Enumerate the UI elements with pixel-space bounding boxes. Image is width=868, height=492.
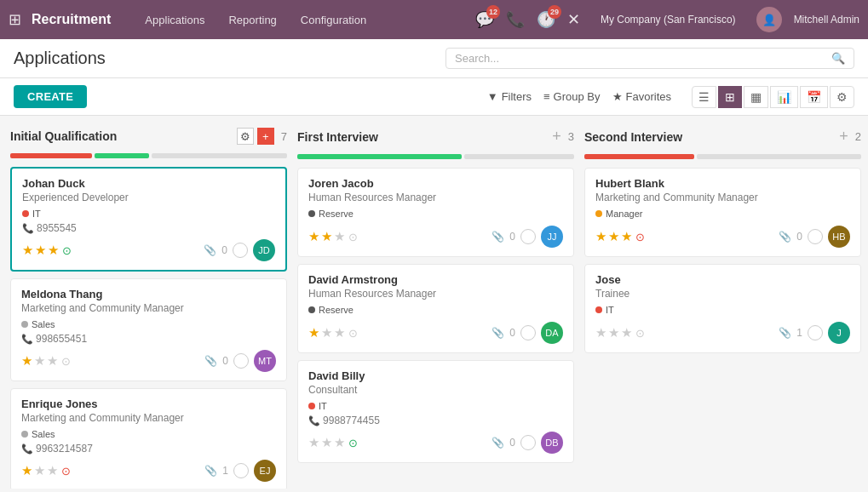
progress-segment xyxy=(297,154,462,159)
attachment-icon: 📎 xyxy=(779,231,791,243)
card-role: Trainee xyxy=(595,288,850,300)
star[interactable]: ★ xyxy=(34,353,45,369)
star[interactable]: ★ xyxy=(308,435,319,450)
action-circle[interactable] xyxy=(233,353,249,369)
search-icon[interactable]: 🔍 xyxy=(831,52,845,65)
card-tag: Sales xyxy=(21,429,55,439)
kanban-card[interactable]: Johan DuckExperienced DeveloperIT8955545… xyxy=(10,167,287,272)
nav-reporting[interactable]: Reporting xyxy=(216,0,288,39)
star[interactable]: ★ xyxy=(47,463,58,478)
card-stars: ★★★ xyxy=(308,435,345,450)
filters-button[interactable]: ▼ Filters xyxy=(487,90,532,103)
kanban-card[interactable]: David ArmstrongHuman Resources ManagerRe… xyxy=(297,264,574,353)
column-settings-button[interactable]: ⚙ xyxy=(237,128,254,145)
star[interactable]: ★ xyxy=(21,353,32,369)
card-name: Hubert Blank xyxy=(595,177,850,190)
star-icon: ★ xyxy=(612,90,623,103)
star[interactable]: ★ xyxy=(321,325,332,340)
table-view-button[interactable]: ▦ xyxy=(744,86,768,108)
column-plus-button[interactable]: + xyxy=(839,128,848,146)
star[interactable]: ★ xyxy=(321,229,332,244)
clock-icon[interactable]: 🕐29 xyxy=(537,10,555,29)
column-plus-button[interactable]: + xyxy=(552,128,561,146)
kanban-view-button[interactable]: ⊞ xyxy=(718,86,742,108)
star[interactable]: ★ xyxy=(608,229,619,244)
list-view-button[interactable]: ☰ xyxy=(692,86,716,108)
star[interactable]: ★ xyxy=(21,463,32,478)
kanban-card[interactable]: JoseTraineeIT★★★⊙📎1J xyxy=(584,264,861,353)
action-circle[interactable] xyxy=(808,325,823,340)
tag-dot xyxy=(308,210,315,217)
chart-view-button[interactable]: 📊 xyxy=(770,86,798,108)
timer-icon: ⊙ xyxy=(348,327,358,340)
action-circle[interactable] xyxy=(520,325,536,340)
action-circle[interactable] xyxy=(520,435,536,450)
column-count: 7 xyxy=(281,130,287,143)
tag-dot xyxy=(22,210,29,217)
column-progress xyxy=(297,154,574,159)
action-circle[interactable] xyxy=(233,243,248,258)
search-placeholder: Search... xyxy=(455,52,499,65)
column-add-button[interactable]: + xyxy=(257,128,274,145)
card-footer: ★★★⊙📎0DA xyxy=(308,322,563,344)
kanban-card[interactable]: Joren JacobHuman Resources ManagerReserv… xyxy=(297,168,574,257)
star[interactable]: ★ xyxy=(308,325,319,340)
star[interactable]: ★ xyxy=(595,229,606,244)
column-progress xyxy=(584,154,861,159)
card-tag: IT xyxy=(22,209,41,219)
avatar[interactable]: 👤 xyxy=(756,7,782,32)
card-footer-right: 📎0DB xyxy=(491,432,563,454)
grid-icon[interactable]: ⊞ xyxy=(9,10,21,29)
action-circle[interactable] xyxy=(808,229,823,244)
star[interactable]: ★ xyxy=(34,463,45,478)
attachment-icon: 📎 xyxy=(204,355,217,367)
star[interactable]: ★ xyxy=(621,325,632,340)
card-stars: ★★★ xyxy=(308,325,345,340)
groupby-button[interactable]: ≡ Group By xyxy=(543,90,601,103)
calendar-view-button[interactable]: 📅 xyxy=(800,86,828,108)
kanban-card[interactable]: David BillyConsultantIT9988774455★★★⊙📎0D… xyxy=(297,360,574,463)
settings-view-button[interactable]: ⚙ xyxy=(830,86,854,108)
star[interactable]: ★ xyxy=(608,325,619,340)
attachment-icon: 📎 xyxy=(491,327,504,339)
chat-icon[interactable]: 💬12 xyxy=(475,10,494,29)
filter-icon: ▼ xyxy=(487,90,498,103)
groupby-icon: ≡ xyxy=(543,90,550,103)
favorites-button[interactable]: ★ Favorites xyxy=(612,90,671,103)
star[interactable]: ★ xyxy=(334,325,345,340)
star[interactable]: ★ xyxy=(334,229,345,244)
page-title: Applications xyxy=(14,49,445,68)
nav-icons: 💬12 📞 🕐29 ✕ My Company (San Francisco) 👤… xyxy=(475,7,859,32)
attachment-count: 1 xyxy=(222,465,228,477)
progress-segment xyxy=(152,153,288,158)
card-phone: 998655451 xyxy=(21,333,276,345)
star[interactable]: ★ xyxy=(22,243,33,258)
card-tag: IT xyxy=(595,305,614,315)
kanban-card[interactable]: Meldona ThangMarketing and Community Man… xyxy=(10,278,287,381)
kanban-card[interactable]: Hubert BlankMarketing and Community Mana… xyxy=(584,168,861,257)
card-footer-right: 📎0JJ xyxy=(491,226,563,248)
star[interactable]: ★ xyxy=(35,243,46,258)
create-button[interactable]: CREATE xyxy=(14,85,87,108)
star[interactable]: ★ xyxy=(321,435,332,450)
action-circle[interactable] xyxy=(233,463,249,478)
star[interactable]: ★ xyxy=(334,435,345,450)
star[interactable]: ★ xyxy=(47,353,58,369)
nav-configuration[interactable]: Configuration xyxy=(289,0,378,39)
column-header: First Interview+3 xyxy=(297,126,574,147)
kanban-column-second-interview: Second Interview+2Hubert BlankMarketing … xyxy=(584,126,861,482)
card-stars: ★★★ xyxy=(595,325,632,340)
close-icon[interactable]: ✕ xyxy=(567,10,580,29)
kanban-card[interactable]: Enrique JonesMarketing and Community Man… xyxy=(10,388,287,489)
star[interactable]: ★ xyxy=(48,243,59,258)
star[interactable]: ★ xyxy=(308,229,319,244)
star[interactable]: ★ xyxy=(595,325,606,340)
star[interactable]: ★ xyxy=(621,229,632,244)
card-footer: ★★★⊙📎0JJ xyxy=(308,226,563,248)
action-circle[interactable] xyxy=(520,229,536,244)
column-header: Initial Qualification⚙+7 xyxy=(10,126,287,146)
search-bar[interactable]: Search... 🔍 xyxy=(445,48,854,69)
nav-applications[interactable]: Applications xyxy=(133,0,216,39)
attachment-icon: 📎 xyxy=(491,437,504,449)
phone-icon[interactable]: 📞 xyxy=(506,10,525,29)
